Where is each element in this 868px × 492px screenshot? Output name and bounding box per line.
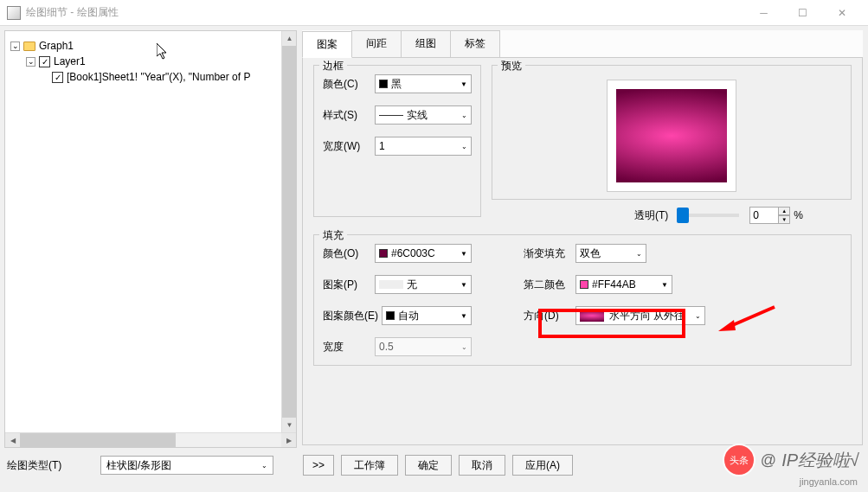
scroll-down-button[interactable]: ▼ [282,418,297,432]
fill-pattern-label: 图案(P) [323,278,375,292]
preview-fieldset: 预览 [492,65,852,200]
tab-label[interactable]: 标签 [450,30,500,57]
chevron-down-icon: ⌄ [261,462,267,470]
tree-node-graph1[interactable]: ⌄ Graph1 [10,38,291,54]
scroll-thumb[interactable] [20,433,176,448]
border-width-label: 宽度(W) [323,139,375,154]
preview-swatch [616,89,727,182]
expander-icon[interactable]: ⌄ [10,42,20,51]
scroll-left-button[interactable]: ◀ [5,433,20,448]
more-button[interactable]: >> [303,455,334,476]
spinner-up-button[interactable]: ▲ [778,207,790,215]
cursor-icon [157,43,170,64]
vertical-scrollbar[interactable]: ▲ ▼ [281,31,296,432]
spinner-down-button[interactable]: ▼ [778,215,790,224]
tree-label: Graph1 [39,40,74,52]
watermark-sub: jingyanla.com [800,476,858,487]
svg-line-0 [729,307,775,327]
tree-label: [Book1]Sheet1! "Year"(X), "Number of P [67,71,250,83]
direction-combo[interactable]: 水平方向 从外往 ⌄ [575,306,705,325]
tree-node-layer1[interactable]: ⌄ ✓ Layer1 [10,54,291,69]
minimize-button[interactable]: ─ [744,0,783,26]
plot-type-label: 绘图类型(T) [7,458,93,473]
svg-marker-1 [718,320,736,331]
scroll-thumb[interactable] [282,46,297,418]
chevron-down-icon: ▼ [460,312,467,320]
preview-legend: 预览 [498,59,525,73]
fill-pattern-color-label: 图案颜色(E) [323,309,382,323]
combo-value: #6C003C [391,247,435,259]
ok-button[interactable]: 确定 [405,455,452,476]
fill-fieldset: 填充 颜色(O) #6C003C ▼ 图案(P) [313,234,852,366]
scroll-right-button[interactable]: ▶ [281,433,296,448]
window-buttons: ─ ☐ ✕ [744,0,861,26]
tab-content-pattern: 边框 颜色(C) 黑 ▼ 样式(S) 实线 [302,58,863,445]
tab-spacing[interactable]: 间距 [351,30,402,57]
transparency-spinner[interactable]: 0 [749,207,779,224]
plot-type-combo[interactable]: 柱状图/条形图 ⌄ [100,456,273,475]
chevron-down-icon: ⌄ [695,312,701,320]
watermark-text: IP经验啦√ [781,449,859,472]
annotation-arrow-icon [718,303,779,340]
preview-box [607,80,736,192]
fill-legend: 填充 [319,228,347,243]
combo-value: #FF44AB [592,278,636,291]
combo-value: 双色 [580,246,601,261]
expander-icon[interactable]: ⌄ [26,57,35,67]
fill-pattern-color-combo[interactable]: 自动 ▼ [382,306,472,325]
object-tree: ⌄ Graph1 ⌄ ✓ Layer1 ✓ [Book1]Sheet1! "Ye… [5,31,296,92]
main-content: ⌄ Graph1 ⌄ ✓ Layer1 ✓ [Book1]Sheet1! "Ye… [0,26,868,448]
gradient-fill-label: 渐变填充 [524,246,575,261]
border-width-combo[interactable]: 1 ⌄ [375,137,472,156]
gradient-swatch-icon [580,310,604,322]
transparency-row: 透明(T) 0 ▲ ▼ % [492,207,852,224]
fill-color-combo[interactable]: #6C003C ▼ [375,244,472,263]
second-color-combo[interactable]: #FF44AB ▼ [575,275,672,294]
chevron-down-icon: ▼ [460,281,467,289]
gradient-fill-combo[interactable]: 双色 ⌄ [575,244,646,263]
combo-value: 1 [379,140,385,152]
combo-value: 柱状图/条形图 [106,458,171,473]
scroll-up-button[interactable]: ▲ [282,31,297,46]
chevron-down-icon: ⌄ [461,343,467,351]
tab-group[interactable]: 组图 [401,30,451,57]
titlebar: 绘图细节 - 绘图属性 ─ ☐ ✕ [0,0,868,26]
checkbox-icon[interactable]: ✓ [52,72,63,83]
slider-thumb[interactable] [677,208,689,223]
tree-panel: ⌄ Graph1 ⌄ ✓ Layer1 ✓ [Book1]Sheet1! "Ye… [4,30,297,448]
horizontal-scrollbar[interactable]: ◀ ▶ [5,432,296,447]
border-color-combo[interactable]: 黑 ▼ [375,74,472,93]
tree-label: Layer1 [54,55,86,67]
tab-pattern[interactable]: 图案 [302,31,352,58]
direction-label: 方向(D) [524,309,575,323]
combo-value: 自动 [398,309,419,323]
chevron-down-icon: ▼ [460,250,467,258]
checkbox-icon[interactable]: ✓ [39,56,50,67]
app-icon [7,6,21,20]
cancel-button[interactable]: 取消 [459,455,505,476]
tree-node-dataset[interactable]: ✓ [Book1]Sheet1! "Year"(X), "Number of P [10,69,291,85]
workbook-button[interactable]: 工作簿 [341,455,398,476]
transparency-label: 透明(T) [634,208,668,223]
fill-width-combo[interactable]: 0.5 ⌄ [375,337,472,356]
combo-value: 水平方向 从外往 [609,309,685,323]
watermark: 头条 @ IP经验啦√ [723,444,859,476]
apply-button[interactable]: 应用(A) [512,455,573,476]
chevron-down-icon: ▼ [460,80,467,88]
combo-value: 无 [407,278,417,292]
watermark-badge: 头条 [723,444,755,476]
maximize-button[interactable]: ☐ [783,0,822,26]
close-button[interactable]: ✕ [822,0,861,26]
window-title: 绘图细节 - 绘图属性 [26,5,744,20]
tab-bar: 图案 间距 组图 标签 [302,30,863,58]
watermark-at: @ [761,451,776,470]
transparency-slider[interactable] [678,214,739,217]
fill-color-label: 颜色(O) [323,246,375,261]
chevron-down-icon: ▼ [661,281,668,289]
properties-panel: 图案 间距 组图 标签 边框 颜色(C) 黑 ▼ [302,30,863,448]
spinner-value: 0 [753,209,759,221]
border-color-label: 颜色(C) [323,77,375,92]
border-style-combo[interactable]: 实线 ⌄ [375,105,472,125]
fill-pattern-combo[interactable]: 无 ▼ [375,275,472,294]
border-legend: 边框 [319,59,347,73]
